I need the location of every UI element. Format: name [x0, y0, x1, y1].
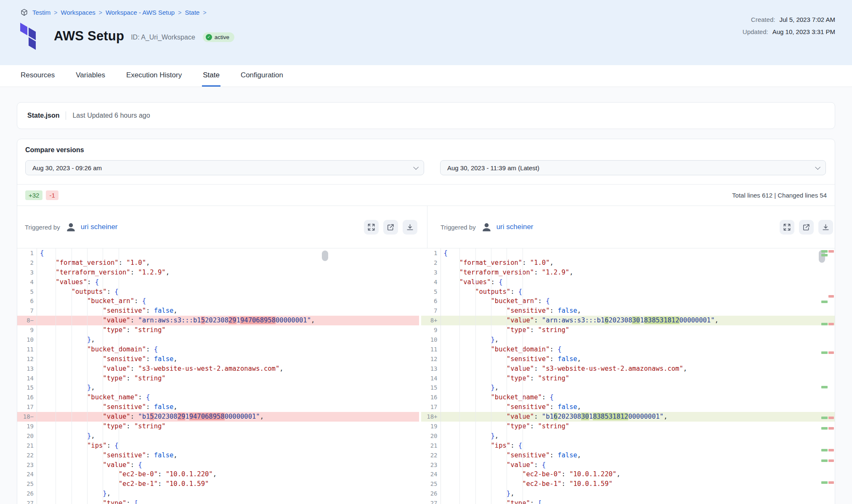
- code-line: 26 },: [17, 489, 329, 499]
- code-line: 14 "type": "string": [421, 374, 835, 383]
- code-line: 12 "sensitive": false,: [17, 354, 329, 364]
- breadcrumb-link[interactable]: Workspaces: [61, 9, 96, 16]
- code-text: "ec2-be-0": "10.0.1.220",: [37, 470, 217, 479]
- code-line: 3 "terraform_version": "1.2.9",: [421, 268, 835, 277]
- download-icon: [822, 223, 830, 231]
- breadcrumb-separator-icon: >: [178, 9, 181, 16]
- code-line: 20 },: [421, 431, 835, 441]
- line-number: 23: [17, 460, 37, 470]
- line-number: 12: [421, 354, 441, 364]
- diff-viewer: 1{2 "format_version": "1.0",3 "terraform…: [17, 248, 835, 504]
- line-number: 17: [17, 402, 37, 412]
- code-line: 2 "format_version": "1.0",: [421, 258, 835, 268]
- code-text: },: [441, 431, 499, 441]
- code-text: "sensitive": false,: [37, 306, 178, 316]
- scrollbar-thumb[interactable]: [322, 251, 328, 261]
- indent-guide: [507, 248, 507, 504]
- line-number: 11: [421, 345, 441, 354]
- breadcrumb-link[interactable]: Workspace - AWS Setup: [106, 9, 175, 16]
- code-text: },: [37, 489, 111, 499]
- line-number: 7: [17, 306, 37, 316]
- ruler-deleted-mark: [828, 323, 834, 325]
- code-text: "format_version": "1.0",: [37, 258, 150, 268]
- compare-versions-title: Compare versions: [25, 146, 827, 154]
- line-number: 10: [17, 335, 37, 345]
- tab-execution-history[interactable]: Execution History: [125, 65, 183, 87]
- line-number: 9: [421, 325, 441, 335]
- code-text: "value": {: [441, 460, 546, 470]
- triggered-by-user-link[interactable]: uri scheiner: [496, 223, 533, 231]
- ruler-added-mark: [821, 254, 828, 256]
- breadcrumb-link[interactable]: Testim: [32, 9, 50, 16]
- code-line: 19 "type": "string": [421, 422, 835, 431]
- diff-summary-row: +32 -1 Total lines 612 | Changed lines 5…: [17, 185, 835, 206]
- code-text: "value": "arn:aws:s3:::b1520230829194706…: [37, 316, 315, 325]
- indent-guide: [72, 248, 72, 504]
- tab-state[interactable]: State: [202, 65, 220, 87]
- breadcrumb-link[interactable]: State: [185, 9, 199, 16]
- triggered-by-user-link[interactable]: uri scheiner: [81, 223, 118, 231]
- open-external-button[interactable]: [383, 220, 398, 235]
- code-line: 25 "ec2-be-1": "10.0.1.59": [17, 479, 329, 489]
- code-text: "ec2-be-1": "10.0.1.59": [441, 479, 613, 489]
- line-number: 3: [17, 268, 37, 277]
- external-link-icon: [802, 223, 810, 231]
- tab-resources[interactable]: Resources: [20, 65, 56, 87]
- expand-fullscreen-button[interactable]: [780, 220, 794, 235]
- new-version-editor[interactable]: 1{2 "format_version": "1.0",3 "terraform…: [421, 248, 835, 504]
- code-line: 5 "outputs": {: [17, 287, 329, 297]
- line-number: 12: [17, 354, 37, 364]
- gutter-border: [37, 248, 37, 504]
- code-text: },: [37, 431, 95, 441]
- code-text: "value": "b1520230829194706895800000001"…: [37, 412, 264, 422]
- line-number: 21: [421, 441, 441, 451]
- code-line: 16 "bucket_name": {: [421, 393, 835, 402]
- page-header: Testim>Workspaces>Workspace - AWS Setup>…: [0, 0, 852, 65]
- left-version-select[interactable]: Aug 30, 2023 - 09:26 am: [25, 160, 424, 175]
- code-text: "sensitive": false,: [37, 402, 178, 412]
- line-number: 18−: [17, 412, 37, 422]
- right-version-select[interactable]: Aug 30, 2023 - 11:39 am (Latest): [440, 160, 826, 175]
- code-text: },: [441, 335, 499, 345]
- code-line: 13 "value": "s3-website-us-west-2.amazon…: [421, 364, 835, 374]
- code-line: 9 "type": "string": [421, 325, 835, 335]
- code-line: 18+ "value": "b1620230830183853181200000…: [421, 412, 835, 422]
- code-text: "bucket_arn": {: [37, 296, 146, 306]
- last-updated-text: Last Updated 6 hours ago: [72, 112, 150, 119]
- code-line: 6 "bucket_arn": {: [17, 296, 329, 306]
- ruler-deleted-mark: [828, 250, 834, 253]
- line-number: 7: [421, 306, 441, 316]
- check-circle-icon: ✓: [206, 34, 212, 40]
- line-number: 26: [421, 489, 441, 499]
- code-line: 8− "value": "arn:aws:s3:::b1520230829194…: [17, 316, 329, 325]
- line-number: 2: [421, 258, 441, 268]
- terraform-logo: [20, 21, 45, 51]
- line-totals: Total lines 612 | Changed lines 54: [732, 192, 827, 199]
- ruler-added-mark: [821, 301, 828, 303]
- download-button[interactable]: [818, 220, 833, 235]
- diff-overview-ruler[interactable]: [818, 248, 835, 504]
- open-external-button[interactable]: [799, 220, 814, 235]
- expand-fullscreen-button[interactable]: [364, 220, 379, 235]
- code-line: 3 "terraform_version": "1.2.9",: [17, 268, 329, 277]
- tab-configuration[interactable]: Configuration: [240, 65, 284, 87]
- ruler-deleted-mark: [828, 295, 834, 298]
- old-version-editor[interactable]: 1{2 "format_version": "1.0",3 "terraform…: [17, 248, 329, 504]
- tab-variables[interactable]: Variables: [75, 65, 106, 87]
- indent-guide: [491, 248, 491, 504]
- compare-versions-card: Compare versions Aug 30, 2023 - 09:26 am…: [17, 139, 835, 504]
- code-line: 25 "ec2-be-1": "10.0.1.59": [421, 479, 835, 489]
- line-number: 17: [421, 402, 441, 412]
- code-line: 9 "type": "string": [17, 325, 329, 335]
- indent-guide: [459, 248, 460, 504]
- line-number: 11: [17, 345, 37, 354]
- code-text: "sensitive": false,: [441, 354, 581, 364]
- line-number: 13: [17, 364, 37, 374]
- line-number: 15: [421, 383, 441, 393]
- breadcrumb-separator-icon: >: [54, 9, 57, 16]
- download-button[interactable]: [403, 220, 417, 235]
- line-number: 10: [421, 335, 441, 345]
- ruler-deleted-mark: [828, 459, 834, 462]
- line-number: 23: [421, 460, 441, 470]
- code-line: 4 "values": {: [421, 277, 835, 287]
